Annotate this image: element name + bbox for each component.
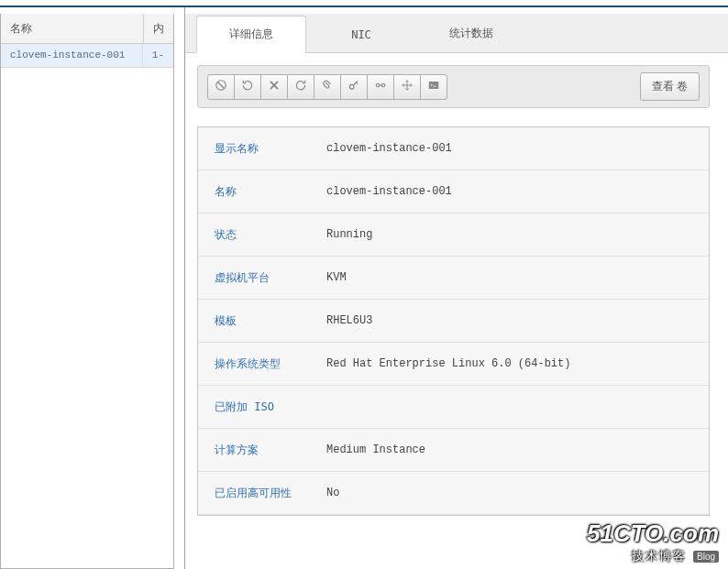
instance-row-name: clovem-instance-001 <box>1 44 143 67</box>
detail-row-compute-offering: 计算方案 Medium Instance <box>198 429 709 472</box>
detail-value: Running <box>326 228 372 241</box>
detail-label: 已附加 ISO <box>198 399 326 415</box>
detail-label: 显示名称 <box>198 141 326 157</box>
detail-row-attached-iso: 已附加 ISO <box>198 386 709 429</box>
detail-label: 虚拟机平台 <box>198 270 326 286</box>
instance-row-inner: 1- <box>143 44 173 67</box>
view-volumes-button[interactable]: 查看 卷 <box>640 72 700 101</box>
svg-point-4 <box>349 84 354 89</box>
action-toolbar: 查看 卷 <box>197 65 710 108</box>
key-icon <box>347 79 360 94</box>
detail-label: 已启用高可用性 <box>198 486 326 501</box>
delete-button[interactable] <box>260 74 288 100</box>
detail-row-display-name: 显示名称 clovem-instance-001 <box>198 127 709 170</box>
detail-panel: 详细信息 NIC 统计数据 <box>184 7 728 569</box>
col-header-name: 名称 <box>1 14 144 43</box>
stop-button[interactable] <box>207 74 235 100</box>
delete-icon <box>268 79 281 94</box>
detail-row-hypervisor: 虚拟机平台 KVM <box>198 257 709 300</box>
instance-list-header: 名称 内 <box>1 14 173 44</box>
detail-label: 操作系统类型 <box>198 356 326 372</box>
link-icon <box>374 79 387 94</box>
detail-value: Red Hat Enterprise Linux 6.0 (64-bit) <box>326 357 570 370</box>
col-header-inner: 内 <box>144 14 173 43</box>
svg-rect-8 <box>429 82 439 89</box>
move-icon <box>401 79 414 94</box>
detail-value: clovem-instance-001 <box>326 185 452 198</box>
detail-label: 模板 <box>198 313 326 329</box>
detail-label: 状态 <box>198 227 326 243</box>
refresh-button[interactable] <box>287 74 314 100</box>
detail-value: Medium Instance <box>326 443 425 456</box>
detail-property-list: 显示名称 clovem-instance-001 名称 clovem-insta… <box>197 126 710 516</box>
tab-nic[interactable]: NIC <box>306 17 416 52</box>
tab-stats[interactable]: 统计数据 <box>416 15 526 52</box>
migrate-button[interactable] <box>393 74 421 100</box>
instance-list-panel: 名称 内 clovem-instance-001 1- <box>0 14 174 569</box>
svg-point-6 <box>381 83 385 87</box>
console-button[interactable] <box>420 74 447 100</box>
detail-value: RHEL6U3 <box>326 314 372 327</box>
console-icon <box>427 79 440 94</box>
attach-icon <box>321 79 334 94</box>
svg-point-5 <box>376 83 380 87</box>
link-button[interactable] <box>367 74 394 100</box>
tab-detail[interactable]: 详细信息 <box>196 16 306 53</box>
tab-bar: 详细信息 NIC 统计数据 <box>185 14 728 53</box>
detail-row-state: 状态 Running <box>198 213 709 257</box>
top-accent-bar <box>0 0 728 7</box>
detail-value: clovem-instance-001 <box>326 142 452 155</box>
attach-button[interactable] <box>314 74 341 100</box>
restart-button[interactable] <box>234 74 261 100</box>
detail-label: 计算方案 <box>198 443 326 458</box>
detail-value: KVM <box>326 271 347 284</box>
detail-row-os-type: 操作系统类型 Red Hat Enterprise Linux 6.0 (64-… <box>198 343 709 386</box>
detail-label: 名称 <box>198 184 326 200</box>
detail-row-ha-enabled: 已启用高可用性 No <box>198 472 709 515</box>
stop-icon <box>215 79 227 94</box>
reset-pw-button[interactable] <box>340 74 368 100</box>
instance-row[interactable]: clovem-instance-001 1- <box>1 44 173 68</box>
detail-row-name: 名称 clovem-instance-001 <box>198 170 709 213</box>
refresh-icon <box>294 79 307 94</box>
detail-value: No <box>326 487 339 499</box>
svg-line-1 <box>218 82 225 89</box>
restart-icon <box>241 79 254 94</box>
tab-detail-body: 查看 卷 显示名称 clovem-instance-001 名称 clovem-… <box>185 53 728 569</box>
detail-row-template: 模板 RHEL6U3 <box>198 300 709 343</box>
